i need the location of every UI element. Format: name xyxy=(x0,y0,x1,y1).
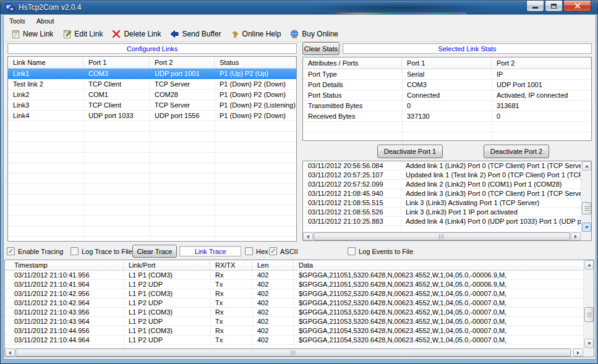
close-button[interactable] xyxy=(563,1,591,12)
arrow-left-icon xyxy=(307,235,309,239)
trace-row[interactable]: 03/11/2012 21:10:43.964 L1 P2 UDP Tx 402… xyxy=(5,317,583,326)
event-row[interactable]: 03/11/2012 20:56:56.084 Added link 1 (Li… xyxy=(303,161,581,171)
thumb-grip xyxy=(584,206,589,211)
column-header-len[interactable]: Len xyxy=(252,260,294,270)
column-header-link-name[interactable]: Link Name xyxy=(8,57,83,68)
buy-online-button[interactable]: Buy Online xyxy=(285,27,343,41)
trace-vertical-scrollbar[interactable] xyxy=(583,260,594,348)
column-header-port2[interactable]: Port 2 xyxy=(150,57,215,68)
column-header-rxtx[interactable]: RX/TX xyxy=(210,260,252,270)
column-header-data[interactable]: Data xyxy=(294,260,594,270)
link-row[interactable]: Link3 TCP Client TCP Server P1 (Down) P2… xyxy=(8,100,296,111)
trace-horizontal-scrollbar[interactable] xyxy=(5,348,583,357)
link-row[interactable]: Link1 COM3 UDP port 1001 P1 (Up) P2 (Up) xyxy=(8,69,296,79)
buy-online-icon xyxy=(289,29,299,39)
log-trace-to-file-checkbox[interactable]: Log Trace to File xyxy=(70,247,132,256)
arrow-right-icon xyxy=(577,351,579,355)
stats-row[interactable]: Transmitted Bytes 0 313681 xyxy=(303,101,591,111)
trace-table: Timestamp Link/Port RX/TX Len Data 03/11… xyxy=(4,260,594,357)
scroll-left-button[interactable] xyxy=(303,232,313,240)
scroll-down-button[interactable] xyxy=(584,339,594,348)
menu-tools[interactable]: Tools xyxy=(4,16,31,26)
online-help-label: Online Help xyxy=(242,30,281,38)
ascii-checkbox[interactable]: ✓ ASCII xyxy=(269,247,298,256)
checkbox-label: Hex xyxy=(256,248,268,255)
send-buffer-button[interactable]: Send Buffer xyxy=(165,27,225,41)
toolbar: New Link Edit Link Delete Link xyxy=(4,27,596,42)
arrow-down-icon xyxy=(587,342,591,345)
checkbox-icon xyxy=(70,247,79,255)
column-header-attributes[interactable]: Attributes / Ports xyxy=(303,57,402,69)
stats-row[interactable]: Port Type Serial IP xyxy=(303,69,591,80)
links-table-body: Link1 COM3 UDP port 1001 P1 (Up) P2 (Up)… xyxy=(8,69,296,241)
clear-stats-button[interactable]: Clear Stats xyxy=(302,42,340,55)
deactivate-port2-button[interactable]: Deactivate Port 2 xyxy=(484,145,549,158)
trace-row[interactable]: 03/11/2012 21:10:44.956 L1 P1 (COM3) Rx … xyxy=(5,326,583,336)
column-header-stats-port2[interactable]: Port 2 xyxy=(492,57,591,69)
arrow-up-icon xyxy=(587,264,591,266)
minimize-button[interactable] xyxy=(526,1,544,12)
column-header-stats-port1[interactable]: Port 1 xyxy=(402,57,492,69)
checkbox-checked-icon: ✓ xyxy=(269,247,277,255)
deactivate-port1-button[interactable]: Deactivate Port 1 xyxy=(377,145,443,158)
log-events-to-file-checkbox[interactable]: Log Events to File xyxy=(348,247,413,256)
trace-row[interactable]: 03/11/2012 21:10:41.964 L1 P2 UDP Tx 402… xyxy=(5,280,583,289)
trace-row[interactable]: 03/11/2012 21:10:43.956 L1 P1 (COM3) Rx … xyxy=(5,308,583,317)
link-row[interactable]: Link2 COM1 COM28 P1 (Down) P2 (Down) xyxy=(8,90,296,100)
hex-checkbox[interactable]: Hex xyxy=(245,247,268,256)
event-vertical-scrollbar[interactable] xyxy=(581,161,591,232)
online-help-icon: ? xyxy=(230,30,240,39)
event-row[interactable]: 03/11/2012 21:08:55.526 Link 3 (Link3) P… xyxy=(303,208,581,217)
configured-links-table: Link Name Port 1 Port 2 Status Link1 COM… xyxy=(7,56,297,242)
checkbox-label: Log Events to File xyxy=(359,248,413,255)
trace-row[interactable]: 03/11/2012 21:10:42.964 L1 P2 UDP Tx 402… xyxy=(5,298,583,308)
scrollbar-corner xyxy=(581,232,591,240)
menu-about[interactable]: About xyxy=(31,16,60,26)
event-horizontal-scrollbar[interactable] xyxy=(303,232,581,240)
enable-tracing-checkbox[interactable]: ✓ Enable Tracing xyxy=(7,247,63,256)
maximize-button[interactable] xyxy=(545,1,563,12)
online-help-button[interactable]: ? Online Help xyxy=(226,28,286,41)
scroll-up-button[interactable] xyxy=(582,161,591,171)
stats-row[interactable]: Port Details COM3 UDP Port 1001 xyxy=(303,80,591,90)
send-buffer-label: Send Buffer xyxy=(182,30,221,38)
scroll-thumb[interactable] xyxy=(15,349,571,357)
new-link-label: New Link xyxy=(23,30,53,38)
trace-row[interactable]: 03/11/2012 21:10:42.956 L1 P1 (COM3) Rx … xyxy=(5,289,583,298)
delete-link-button[interactable]: Delete Link xyxy=(107,27,165,41)
delete-link-label: Delete Link xyxy=(124,30,161,38)
column-header-status[interactable]: Status xyxy=(215,57,296,68)
column-header-timestamp[interactable]: Timestamp xyxy=(5,260,124,270)
event-row[interactable]: 03/11/2012 20:57:25.107 Updated link 1 (… xyxy=(303,171,581,180)
column-header-port1[interactable]: Port 1 xyxy=(83,57,150,68)
event-row[interactable]: 03/11/2012 20:57:52.099 Added link 2 (Li… xyxy=(303,180,581,189)
trace-row[interactable]: 03/11/2012 21:10:41.956 L1 P1 (COM3) Rx … xyxy=(5,271,583,280)
link-stats-table: Attributes / Ports Port 1 Port 2 Port Ty… xyxy=(302,57,592,141)
scroll-left-button[interactable] xyxy=(5,349,15,357)
event-row[interactable]: 03/11/2012 21:08:55.515 Link 3 (Link3) A… xyxy=(303,198,581,208)
clear-trace-button[interactable]: Clear Trace xyxy=(132,245,177,258)
stats-row[interactable]: Received Bytes 337130 0 xyxy=(303,111,591,122)
new-link-button[interactable]: New Link xyxy=(6,27,58,41)
selected-link-stats-header: Selected Link Stats xyxy=(343,43,592,54)
event-row[interactable]: 03/11/2012 21:08:45.940 Added link 3 (Li… xyxy=(303,189,581,198)
scroll-thumb[interactable] xyxy=(582,202,591,214)
scroll-down-button[interactable] xyxy=(582,222,591,232)
column-header-link-port[interactable]: Link/Port xyxy=(124,260,210,270)
checkbox-icon xyxy=(245,247,253,255)
link-row[interactable]: Link4 UDP port 1033 UDP port 1556 P1 (Do… xyxy=(8,111,296,121)
stats-table-header: Attributes / Ports Port 1 Port 2 xyxy=(303,57,591,69)
edit-link-label: Edit Link xyxy=(74,30,103,38)
edit-link-button[interactable]: Edit Link xyxy=(58,27,107,41)
trace-table-header: Timestamp Link/Port RX/TX Len Data xyxy=(5,260,594,271)
link-row[interactable]: Test link 2 TCP Client TCP Server P1 (Do… xyxy=(8,79,296,90)
configured-links-header: Configured Links xyxy=(7,43,297,54)
scroll-thumb[interactable] xyxy=(314,232,570,240)
event-row[interactable]: 03/11/2012 21:10:25.883 Added link 4 (Li… xyxy=(303,217,581,226)
scroll-thumb[interactable] xyxy=(584,307,594,322)
scroll-up-button[interactable] xyxy=(584,260,594,269)
scroll-right-button[interactable] xyxy=(571,232,581,240)
trace-row[interactable]: 03/11/2012 21:10:44.964 L1 P2 UDP Tx 402… xyxy=(5,336,583,345)
stats-row[interactable]: Port Status Connected Activated, IP conn… xyxy=(303,90,591,101)
scroll-right-button[interactable] xyxy=(573,349,583,357)
